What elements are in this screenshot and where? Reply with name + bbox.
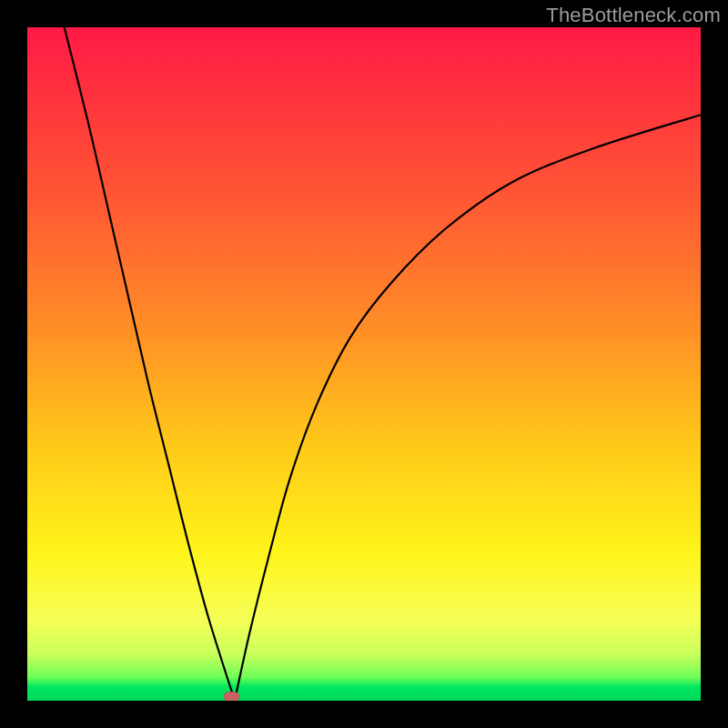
- bottleneck-curve: [27, 27, 701, 701]
- plot-area: [27, 27, 701, 701]
- optimal-marker: [224, 692, 239, 701]
- chart-stage: TheBottleneck.com: [0, 0, 728, 728]
- curve-left-branch: [65, 27, 235, 701]
- watermark-text: TheBottleneck.com: [546, 4, 721, 27]
- curve-right-branch: [235, 115, 701, 701]
